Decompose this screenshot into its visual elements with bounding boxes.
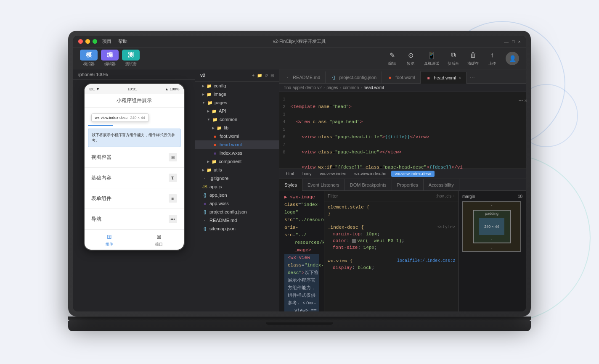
box-padding-label: padding [485,211,498,216]
file-name: utils [214,167,222,172]
folder-icon: 📁 [206,83,212,89]
menu-help[interactable]: 帮助 [118,38,127,45]
js-icon: JS [202,184,208,190]
file-item-readme[interactable]: · README.md [195,216,279,224]
laptop-screen: 项目 帮助 v2-FinClip小程序开发工具 — □ × 模 模拟器 [73,36,526,311]
phone-title-bar: 小程序组件展示 ••• ✕ [85,94,184,108]
tab-foot-wxml-label: foot.wxml [395,75,415,80]
file-item-component[interactable]: ▶ 📁 component [195,157,279,166]
tab-readme-label: README.md [293,75,320,80]
tab-foot-wxml[interactable]: ■ foot.wxml [382,71,420,83]
device-label: iphone6 100% [78,72,108,77]
refresh-action[interactable]: ↺ [265,73,268,78]
dev-tab-dom-breakpoints[interactable]: DOM Breakpoints [345,179,392,191]
file-name: lib [224,125,228,130]
test-button[interactable]: 测 测试套 [122,50,140,67]
menu-bar: 项目 帮助 [102,38,127,45]
window-buttons: — □ × [504,39,521,44]
device-debug-action[interactable]: 📱 真机调试 [424,50,439,66]
phone-menu-item-3[interactable]: 导航 ••• [85,209,184,229]
element-tab-wx-view-index-desc[interactable]: wx-view.index-desc [391,171,434,177]
dev-tab-accessibility[interactable]: Accessibility [424,179,459,191]
minimize-dot[interactable] [85,39,90,44]
tab-head-wxml-close[interactable]: × [459,76,461,80]
code-area[interactable]: 1 2 3 4 5 6 7 8 <template name="head"> <… [279,92,526,169]
phone-menu-item-2[interactable]: 表单组件 ≡ [85,188,184,209]
file-name: app.js [209,184,222,189]
close-button[interactable]: × [518,39,521,44]
phone-menu-item-0[interactable]: 视图容器 ⊞ [85,147,184,168]
status-left: IDE ▼ [89,87,100,91]
restore-button[interactable]: □ [512,39,515,44]
background-action[interactable]: ⧉ 切后台 [448,50,459,66]
element-tab-body[interactable]: body [299,171,315,177]
file-item-app-json[interactable]: {} app.json [195,191,279,199]
collapse-action[interactable]: ⊟ [270,73,274,78]
file-item-index-wxss[interactable]: ■ index.wxss [195,149,279,157]
wxml-icon: ■ [212,133,218,139]
file-tree-title: v2 [200,73,205,78]
box-padding-bottom: - [491,237,493,242]
highlight-text: 以下将展示小程序官方组件能力，组件样式仅供参考。 [92,133,175,142]
phone-nav-components[interactable]: ⊞ 组件 [85,230,134,250]
box-model-title: margin [462,194,475,199]
dev-tab-properties[interactable]: Properties [392,179,424,191]
tab-foot-wxml-icon: ■ [387,74,393,80]
styles-filter-input[interactable] [328,193,434,198]
element-tab-wx-view-index[interactable]: wx-view.index [317,171,350,177]
minimize-button[interactable]: — [504,39,509,44]
element-tab-wx-view-index-hd[interactable]: wx-view.index-hd [351,171,390,177]
preview-panel: iphone6 100% IDE ▼ 10:01 ▲ 100% [73,69,195,311]
menu-project[interactable]: 项目 [102,38,111,45]
file-item-pages[interactable]: ▼ 📁 pages [195,98,279,107]
folder-icon: 📁 [211,158,217,164]
phone-nav-api[interactable]: ⊠ 接口 [134,230,184,250]
file-item-image[interactable]: ▶ 📁 image [195,90,279,98]
editor-icon: 编 [101,50,119,61]
file-item-head-wxml[interactable]: ■ head.wxml [195,140,279,149]
file-item-config[interactable]: ▶ 📁 config [195,82,279,90]
code-content[interactable]: <template name="head"> <view class="page… [291,92,526,169]
breadcrumb: fino-applet-demo-v2 › pages › common › h… [279,84,526,92]
clear-cache-action[interactable]: 🗑 清缓存 [467,50,479,66]
file-item-common[interactable]: ▼ 📁 common [195,115,279,124]
file-name: .gitignore [209,176,228,181]
element-tab-html[interactable]: html [283,171,297,177]
file-item-sitemap[interactable]: {} sitemap.json [195,224,279,233]
file-item-gitignore[interactable]: · .gitignore [195,174,279,182]
txt-icon: · [202,217,208,223]
file-item-utils[interactable]: ▶ 📁 utils [195,166,279,174]
editor-button[interactable]: 编 编辑器 [101,50,119,67]
main-content: iphone6 100% IDE ▼ 10:01 ▲ 100% [73,69,526,311]
file-item-project-config[interactable]: {} project.config.json [195,208,279,216]
dev-tab-event-listeners[interactable]: Event Listeners [302,179,345,191]
file-item-app-wxss[interactable]: ■ app.wxss [195,199,279,208]
wxss-icon: ■ [202,200,208,206]
file-item-app-js[interactable]: JS app.js [195,182,279,191]
file-tree-actions: + 📁 ↺ ⊟ [252,73,274,78]
new-folder-action[interactable]: 📁 [257,73,262,78]
file-item-api[interactable]: ▶ 📁 API [195,107,279,115]
upload-action[interactable]: ↑ 上传 [487,50,497,66]
new-file-action[interactable]: + [252,73,254,78]
device-debug-label: 真机调试 [424,61,439,66]
maximize-dot[interactable] [93,39,97,44]
chevron-icon: ▶ [202,84,204,88]
dev-tab-styles[interactable]: Styles [279,179,302,191]
menu-item-icon-0: ⊞ [169,153,177,161]
tab-head-wxml[interactable]: ■ head.wxml × [421,72,466,84]
simulator-button[interactable]: 模 模拟器 [80,50,98,67]
file-item-foot-wxml[interactable]: ■ foot.wxml [195,132,279,140]
tab-more-button[interactable]: ··· [466,71,478,83]
tab-readme[interactable]: · README.md [279,71,326,83]
preview-action[interactable]: ⊙ 预览 [406,50,416,66]
breadcrumb-common: common [343,85,359,90]
menu-item-label-3: 导航 [91,216,101,223]
user-avatar[interactable]: 👤 [506,52,519,65]
close-dot[interactable] [78,39,83,44]
phone-menu-item-1[interactable]: 基础内容 T [85,168,184,188]
file-item-lib[interactable]: ▶ 📁 lib [195,124,279,132]
tab-project-config[interactable]: {} project.config.json [326,71,382,83]
edit-action[interactable]: ✎ 编辑 [387,50,397,66]
html-tree-line-selected[interactable]: <wx-view class="index-desc">以下将展示小程序官方组件… [284,254,319,307]
